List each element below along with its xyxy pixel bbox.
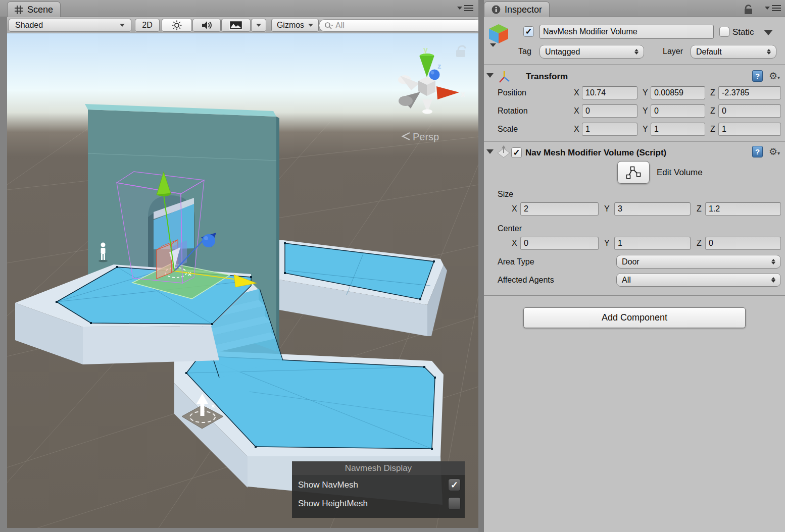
draw-mode-dropdown[interactable]: Shaded: [9, 19, 131, 32]
gizmo-y-label: y: [423, 45, 428, 54]
effects-dropdown-button[interactable]: [251, 19, 266, 32]
help-icon[interactable]: ?: [752, 146, 763, 157]
navmesh-display-panel: Navmesh Display Show NavMesh ✓ Show Heig…: [292, 461, 465, 518]
transform-foldout[interactable]: [486, 73, 494, 78]
audio-toggle-button[interactable]: [192, 19, 221, 32]
projection-label[interactable]: Persp: [413, 131, 439, 142]
axis-z-label: Z: [697, 237, 702, 250]
modifier-foldout[interactable]: [486, 149, 494, 154]
scale-y-field[interactable]: 1: [651, 123, 705, 136]
axis-x-label: X: [512, 237, 517, 250]
static-label: Static: [732, 26, 754, 39]
axis-y-label: Y: [604, 202, 610, 216]
inspector-tab-label: Inspector: [505, 5, 542, 15]
search-placeholder: All: [335, 21, 345, 30]
scene-tabbar: Scene: [0, 0, 478, 17]
size-label: Size: [498, 188, 513, 201]
rotation-y-field[interactable]: 0: [651, 104, 705, 118]
layer-value: Default: [696, 47, 722, 57]
gizmos-dropdown[interactable]: Gizmos: [271, 19, 319, 32]
center-x-field[interactable]: 0: [520, 237, 599, 250]
axis-z-label: Z: [710, 86, 715, 99]
scene-grid-icon: [15, 6, 23, 14]
help-icon[interactable]: ?: [752, 70, 763, 82]
position-x-field[interactable]: 10.74: [582, 86, 637, 99]
inspector-panel-menu-icon[interactable]: [765, 5, 781, 11]
show-navmesh-label: Show NavMesh: [298, 480, 358, 490]
axis-z-label: Z: [710, 104, 715, 118]
scale-x-field[interactable]: 1: [582, 123, 637, 136]
dropdown-arrows-icon: [771, 277, 775, 283]
image-effects-icon: [229, 21, 242, 30]
gameobject-active-checkbox[interactable]: ✓: [523, 26, 534, 37]
lighting-toggle-button[interactable]: [162, 19, 192, 32]
edit-volume-button[interactable]: [617, 161, 650, 184]
axis-x-label: X: [574, 123, 579, 136]
area-type-dropdown[interactable]: Door: [616, 255, 781, 269]
dropdown-arrows-icon: [771, 259, 775, 264]
show-heightmesh-checkbox[interactable]: [448, 497, 461, 510]
scene-search-input[interactable]: All: [319, 19, 482, 32]
scale-z-field[interactable]: 1: [718, 123, 781, 136]
gizmo-x-label: x: [461, 90, 465, 98]
axis-y-label: Y: [643, 123, 648, 136]
scale-label: Scale: [498, 123, 518, 136]
chevron-down-icon: [120, 24, 125, 27]
tab-inspector[interactable]: Inspector: [484, 2, 550, 17]
dropdown-arrows-icon: [767, 49, 771, 55]
gizmos-label: Gizmos: [277, 21, 304, 30]
chevron-down-icon: [256, 24, 261, 27]
gear-icon[interactable]: ⚙▾: [769, 71, 780, 83]
scene-panel-menu-icon[interactable]: [457, 5, 473, 11]
effects-toggle-button[interactable]: [221, 19, 251, 32]
add-component-button[interactable]: Add Component: [523, 307, 746, 328]
panel-splitter[interactable]: [478, 0, 484, 532]
gizmo-z-ball[interactable]: [429, 70, 440, 80]
affected-agents-value: All: [622, 276, 631, 285]
2d-label: 2D: [142, 21, 152, 30]
rotation-z-field[interactable]: 0: [718, 104, 781, 118]
gameobject-name-field[interactable]: NavMesh Modifier Volume: [539, 25, 714, 39]
area-type-value: Door: [622, 257, 640, 267]
chevron-down-icon: [308, 24, 313, 27]
size-z-field[interactable]: 1.2: [705, 202, 781, 216]
lock-icon[interactable]: [743, 3, 754, 15]
center-z-field[interactable]: 0: [705, 237, 781, 250]
window-frame-bottom: [0, 528, 478, 532]
axis-z-label: Z: [697, 202, 702, 216]
add-component-label: Add Component: [602, 312, 667, 323]
axis-y-label: Y: [643, 86, 648, 99]
position-y-field[interactable]: 0.00859: [651, 86, 705, 99]
modifier-enabled-checkbox[interactable]: ✓: [511, 147, 522, 158]
static-checkbox[interactable]: [719, 27, 729, 37]
position-z-field[interactable]: -2.3785: [718, 86, 781, 99]
size-x-field[interactable]: 2: [520, 202, 599, 216]
layer-dropdown[interactable]: Default: [691, 45, 776, 59]
scene-tab-label: Scene: [27, 5, 53, 15]
tag-label: Tag: [518, 45, 531, 58]
center-label: Center: [498, 222, 522, 235]
static-dropdown-icon[interactable]: [764, 30, 773, 35]
tag-value: Untagged: [545, 47, 580, 57]
scene-3d-viewport[interactable]: x: [7, 33, 478, 528]
axis-x-label: X: [574, 104, 579, 118]
dropdown-arrows-icon: [634, 49, 639, 55]
tab-scene[interactable]: Scene: [7, 2, 61, 17]
rotation-x-field[interactable]: 0: [582, 104, 637, 118]
transform-icon: [498, 70, 511, 83]
inspector-tabbar: Inspector: [484, 0, 785, 17]
speaker-icon: [201, 20, 212, 30]
gameobject-cube-icon[interactable]: [488, 23, 509, 47]
center-y-field[interactable]: 1: [614, 237, 691, 250]
axis-y-label: Y: [604, 237, 610, 250]
size-y-field[interactable]: 3: [614, 202, 691, 216]
gear-icon[interactable]: ⚙▾: [769, 147, 780, 158]
layer-label: Layer: [663, 45, 683, 58]
affected-agents-dropdown[interactable]: All: [616, 273, 781, 287]
show-heightmesh-label: Show HeightMesh: [298, 499, 368, 509]
rotation-label: Rotation: [498, 104, 528, 118]
2d-toggle-button[interactable]: 2D: [135, 19, 160, 32]
show-navmesh-checkbox[interactable]: ✓: [448, 478, 461, 491]
axis-x-label: X: [574, 86, 579, 99]
tag-dropdown[interactable]: Untagged: [539, 45, 644, 59]
